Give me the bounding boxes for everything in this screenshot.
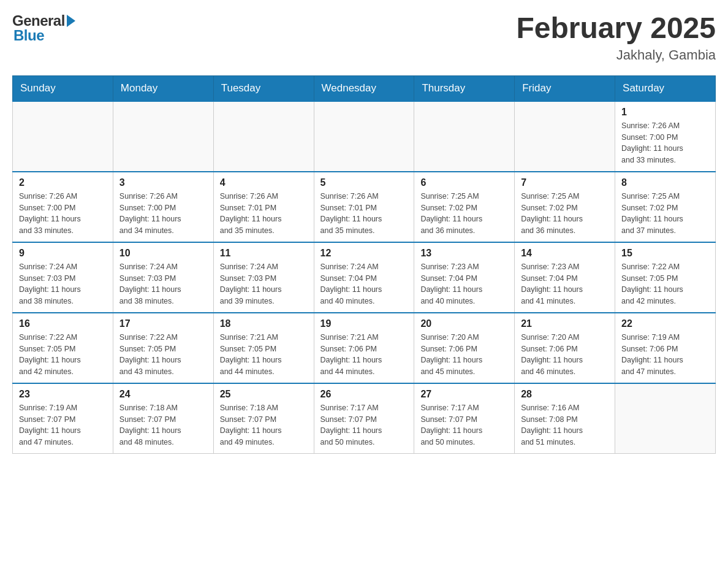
day-info: Sunrise: 7:26 AM Sunset: 7:01 PM Dayligh…: [220, 191, 308, 237]
calendar-cell: 25Sunrise: 7:18 AM Sunset: 7:07 PM Dayli…: [213, 383, 314, 454]
day-number: 2: [19, 177, 107, 188]
calendar-week-row: 1Sunrise: 7:26 AM Sunset: 7:00 PM Daylig…: [13, 101, 716, 172]
calendar-cell: 22Sunrise: 7:19 AM Sunset: 7:06 PM Dayli…: [615, 313, 716, 383]
page-title: February 2025: [516, 12, 716, 45]
day-number: 11: [220, 248, 308, 259]
day-number: 27: [420, 389, 508, 400]
calendar-cell: 20Sunrise: 7:20 AM Sunset: 7:06 PM Dayli…: [414, 313, 515, 383]
calendar-cell: 13Sunrise: 7:23 AM Sunset: 7:04 PM Dayli…: [414, 242, 515, 313]
day-number: 23: [19, 389, 107, 400]
day-info: Sunrise: 7:17 AM Sunset: 7:07 PM Dayligh…: [420, 402, 508, 448]
day-number: 24: [119, 389, 207, 400]
calendar-cell: 19Sunrise: 7:21 AM Sunset: 7:06 PM Dayli…: [314, 313, 414, 383]
calendar-cell: 14Sunrise: 7:23 AM Sunset: 7:04 PM Dayli…: [515, 242, 615, 313]
day-number: 3: [119, 177, 207, 188]
day-header-wednesday: Wednesday: [314, 75, 414, 101]
day-number: 7: [521, 177, 609, 188]
day-info: Sunrise: 7:18 AM Sunset: 7:07 PM Dayligh…: [220, 402, 308, 448]
day-info: Sunrise: 7:26 AM Sunset: 7:00 PM Dayligh…: [19, 191, 107, 237]
day-number: 9: [19, 248, 107, 259]
day-number: 19: [320, 318, 408, 329]
day-header-thursday: Thursday: [414, 75, 515, 101]
day-number: 8: [621, 177, 709, 188]
day-number: 17: [119, 318, 207, 329]
calendar-cell: 9Sunrise: 7:24 AM Sunset: 7:03 PM Daylig…: [13, 242, 113, 313]
day-info: Sunrise: 7:24 AM Sunset: 7:03 PM Dayligh…: [220, 261, 308, 307]
day-header-sunday: Sunday: [13, 75, 113, 101]
day-info: Sunrise: 7:17 AM Sunset: 7:07 PM Dayligh…: [320, 402, 408, 448]
day-info: Sunrise: 7:24 AM Sunset: 7:03 PM Dayligh…: [119, 261, 207, 307]
calendar-cell: 4Sunrise: 7:26 AM Sunset: 7:01 PM Daylig…: [213, 172, 314, 242]
calendar-cell: [414, 101, 515, 172]
calendar-cell: [113, 101, 213, 172]
day-number: 25: [220, 389, 308, 400]
calendar-cell: 15Sunrise: 7:22 AM Sunset: 7:05 PM Dayli…: [615, 242, 716, 313]
day-info: Sunrise: 7:26 AM Sunset: 7:01 PM Dayligh…: [320, 191, 408, 237]
calendar-cell: 26Sunrise: 7:17 AM Sunset: 7:07 PM Dayli…: [314, 383, 414, 454]
day-header-saturday: Saturday: [615, 75, 716, 101]
calendar-cell: [314, 101, 414, 172]
calendar-week-row: 9Sunrise: 7:24 AM Sunset: 7:03 PM Daylig…: [13, 242, 716, 313]
day-info: Sunrise: 7:26 AM Sunset: 7:00 PM Dayligh…: [119, 191, 207, 237]
calendar-cell: 24Sunrise: 7:18 AM Sunset: 7:07 PM Dayli…: [113, 383, 213, 454]
calendar-cell: 11Sunrise: 7:24 AM Sunset: 7:03 PM Dayli…: [213, 242, 314, 313]
day-number: 22: [621, 318, 709, 329]
day-number: 26: [320, 389, 408, 400]
logo-arrow-icon: [67, 15, 75, 27]
day-header-friday: Friday: [515, 75, 615, 101]
calendar-cell: [13, 101, 113, 172]
day-number: 28: [521, 389, 609, 400]
calendar-cell: 21Sunrise: 7:20 AM Sunset: 7:06 PM Dayli…: [515, 313, 615, 383]
calendar-cell: [213, 101, 314, 172]
calendar-cell: 28Sunrise: 7:16 AM Sunset: 7:08 PM Dayli…: [515, 383, 615, 454]
day-info: Sunrise: 7:19 AM Sunset: 7:06 PM Dayligh…: [621, 332, 709, 378]
day-number: 4: [220, 177, 308, 188]
title-block: February 2025 Jakhaly, Gambia: [516, 12, 716, 63]
calendar-cell: 17Sunrise: 7:22 AM Sunset: 7:05 PM Dayli…: [113, 313, 213, 383]
calendar-week-row: 2Sunrise: 7:26 AM Sunset: 7:00 PM Daylig…: [13, 172, 716, 242]
day-info: Sunrise: 7:20 AM Sunset: 7:06 PM Dayligh…: [521, 332, 609, 378]
logo: General Blue: [12, 12, 75, 44]
calendar-week-row: 23Sunrise: 7:19 AM Sunset: 7:07 PM Dayli…: [13, 383, 716, 454]
calendar-cell: 3Sunrise: 7:26 AM Sunset: 7:00 PM Daylig…: [113, 172, 213, 242]
day-info: Sunrise: 7:22 AM Sunset: 7:05 PM Dayligh…: [621, 261, 709, 307]
day-info: Sunrise: 7:24 AM Sunset: 7:04 PM Dayligh…: [320, 261, 408, 307]
calendar-cell: 12Sunrise: 7:24 AM Sunset: 7:04 PM Dayli…: [314, 242, 414, 313]
day-info: Sunrise: 7:24 AM Sunset: 7:03 PM Dayligh…: [19, 261, 107, 307]
calendar-cell: 7Sunrise: 7:25 AM Sunset: 7:02 PM Daylig…: [515, 172, 615, 242]
day-info: Sunrise: 7:25 AM Sunset: 7:02 PM Dayligh…: [420, 191, 508, 237]
calendar-cell: 1Sunrise: 7:26 AM Sunset: 7:00 PM Daylig…: [615, 101, 716, 172]
day-number: 14: [521, 248, 609, 259]
page-subtitle: Jakhaly, Gambia: [516, 47, 716, 63]
day-info: Sunrise: 7:16 AM Sunset: 7:08 PM Dayligh…: [521, 402, 609, 448]
day-info: Sunrise: 7:19 AM Sunset: 7:07 PM Dayligh…: [19, 402, 107, 448]
calendar-cell: 5Sunrise: 7:26 AM Sunset: 7:01 PM Daylig…: [314, 172, 414, 242]
day-number: 5: [320, 177, 408, 188]
calendar-table: SundayMondayTuesdayWednesdayThursdayFrid…: [12, 75, 716, 454]
calendar-week-row: 16Sunrise: 7:22 AM Sunset: 7:05 PM Dayli…: [13, 313, 716, 383]
calendar-cell: [615, 383, 716, 454]
day-info: Sunrise: 7:23 AM Sunset: 7:04 PM Dayligh…: [420, 261, 508, 307]
page-header: General Blue February 2025 Jakhaly, Gamb…: [12, 12, 716, 63]
logo-blue-text: Blue: [12, 27, 44, 44]
calendar-cell: 8Sunrise: 7:25 AM Sunset: 7:02 PM Daylig…: [615, 172, 716, 242]
day-header-tuesday: Tuesday: [213, 75, 314, 101]
calendar-cell: 18Sunrise: 7:21 AM Sunset: 7:05 PM Dayli…: [213, 313, 314, 383]
day-number: 1: [621, 107, 709, 118]
calendar-cell: 23Sunrise: 7:19 AM Sunset: 7:07 PM Dayli…: [13, 383, 113, 454]
day-number: 18: [220, 318, 308, 329]
day-number: 16: [19, 318, 107, 329]
calendar-cell: 10Sunrise: 7:24 AM Sunset: 7:03 PM Dayli…: [113, 242, 213, 313]
day-info: Sunrise: 7:20 AM Sunset: 7:06 PM Dayligh…: [420, 332, 508, 378]
day-info: Sunrise: 7:22 AM Sunset: 7:05 PM Dayligh…: [19, 332, 107, 378]
day-info: Sunrise: 7:18 AM Sunset: 7:07 PM Dayligh…: [119, 402, 207, 448]
calendar-cell: 16Sunrise: 7:22 AM Sunset: 7:05 PM Dayli…: [13, 313, 113, 383]
day-number: 13: [420, 248, 508, 259]
calendar-cell: 2Sunrise: 7:26 AM Sunset: 7:00 PM Daylig…: [13, 172, 113, 242]
day-number: 10: [119, 248, 207, 259]
day-number: 21: [521, 318, 609, 329]
calendar-cell: 27Sunrise: 7:17 AM Sunset: 7:07 PM Dayli…: [414, 383, 515, 454]
calendar-cell: 6Sunrise: 7:25 AM Sunset: 7:02 PM Daylig…: [414, 172, 515, 242]
day-number: 6: [420, 177, 508, 188]
day-info: Sunrise: 7:21 AM Sunset: 7:05 PM Dayligh…: [220, 332, 308, 378]
